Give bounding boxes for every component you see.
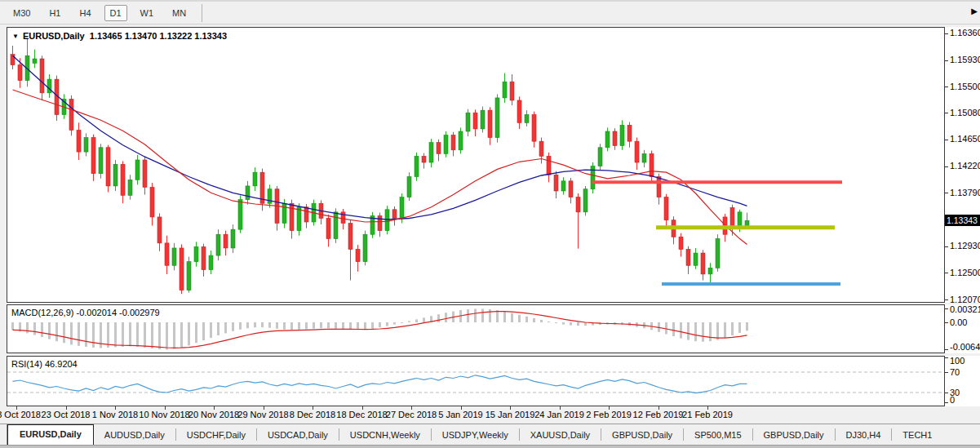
date-label: 27 Dec 2018: [386, 410, 437, 419]
chart-tab-usdcad-daily[interactable]: USDCAD,Daily: [257, 426, 339, 445]
date-label: 10 Nov 2018: [139, 410, 189, 419]
date-label: 13 Oct 2018: [0, 410, 41, 419]
price-axis-tick: [945, 86, 948, 87]
price-axis-tick: [945, 140, 948, 140]
date-label: 20 Nov 2018: [188, 410, 239, 419]
price-axis-label: 1.14220: [950, 161, 980, 171]
rsi-axis-tick: [945, 393, 948, 393]
macd-axis-label: -0.006485: [950, 342, 980, 352]
terminal-window: M30H1H4D1W1MN ▼EURUSD,Daily 1.13465 1.13…: [0, 0, 980, 448]
price-axis-label: 1.16360: [950, 28, 980, 38]
date-label: 12 Feb 2019: [633, 410, 684, 419]
price-axis-label: 1.12930: [950, 241, 980, 251]
macd-axis-tick: [945, 322, 948, 323]
date-label: 29 Nov 2018: [237, 410, 288, 419]
chart-tab-audusd-daily[interactable]: AUDUSD,Daily: [94, 426, 175, 445]
date-label: 2 Feb 2019: [586, 410, 632, 419]
price-axis[interactable]: 1.163601.159301.155001.150801.146501.142…: [945, 27, 980, 303]
timeframe-button-h4[interactable]: H4: [73, 5, 96, 21]
toolbar-separator: [202, 4, 202, 22]
macd-axis-label: 0.003216: [950, 304, 980, 314]
bottom-status-strip: [0, 445, 980, 448]
price-axis-tick: [945, 246, 948, 247]
date-label: 1 Nov 2018: [92, 410, 138, 419]
price-axis-tick: [945, 113, 948, 113]
chart-title: ▼EURUSD,Daily 1.13465 1.13470 1.13222 1.…: [12, 31, 227, 41]
rsi-axis-label: 0: [950, 395, 955, 405]
macd-label: MACD(12,26,9) -0.002014 -0.002979: [11, 308, 160, 317]
price-axis-label: 1.15080: [950, 108, 980, 118]
timeframe-button-mn[interactable]: MN: [166, 5, 192, 21]
rsi-chart[interactable]: [7, 357, 944, 406]
price-axis-tick: [945, 60, 948, 61]
chart-tab-sp500-m15[interactable]: SP500,M15: [684, 426, 752, 445]
chart-tab-usdcnh-weekly[interactable]: USDCNH,Weekly: [339, 426, 431, 445]
macd-axis-label: 0.00: [950, 317, 967, 327]
date-label: 8 Dec 2018: [290, 410, 335, 419]
chart-tab-xauusd-daily[interactable]: XAUUSD,Daily: [520, 426, 601, 445]
current-price-marker: 1.13343: [945, 215, 980, 226]
tab-scroll-right-icon[interactable]: ▶: [971, 7, 978, 16]
price-axis-label: 1.13790: [950, 188, 980, 197]
macd-axis-tick: [945, 349, 948, 350]
chart-tab-tech1[interactable]: TECH1: [892, 426, 942, 445]
date-label: 5 Jan 2019: [438, 410, 482, 419]
rsi-label: RSI(14) 46.9204: [11, 359, 78, 369]
rsi-axis[interactable]: 10070300: [945, 356, 980, 406]
chart-tab-bar: EURUSD,DailyAUDUSD,DailyUSDCHF,DailyUSDC…: [0, 424, 980, 445]
timeframe-button-h1[interactable]: H1: [43, 5, 66, 21]
date-label: 15 Jan 2019: [486, 410, 535, 419]
date-label: 24 Jan 2019: [534, 410, 584, 419]
rsi-axis-tick: [945, 372, 948, 373]
price-axis-tick: [945, 166, 948, 167]
chart-tab-gbpusd-daily[interactable]: GBPUSD,Daily: [753, 426, 835, 445]
price-axis-label: 1.12500: [950, 268, 980, 277]
macd-axis[interactable]: 0.0032160.00-0.006485: [945, 304, 980, 353]
date-label: 21 Feb 2019: [682, 410, 733, 419]
chart-dropdown-icon[interactable]: ▼: [12, 33, 19, 40]
chart-tab-eurusd-daily[interactable]: EURUSD,Daily: [7, 424, 94, 445]
macd-current-values: -0.002014 -0.002979: [76, 308, 159, 317]
price-axis-tick: [945, 273, 948, 273]
macd-indicator-pane[interactable]: MACD(12,26,9) -0.002014 -0.002979: [7, 304, 945, 353]
price-axis-label: 1.15930: [950, 55, 980, 64]
timeframe-button-w1[interactable]: W1: [135, 5, 160, 21]
chart-tab-dj30-h4[interactable]: DJ30,H4: [836, 426, 892, 445]
price-axis-tick: [945, 33, 948, 34]
rsi-indicator-pane[interactable]: RSI(14) 46.9204: [7, 356, 945, 406]
date-label: 18 Dec 2018: [336, 410, 387, 419]
rsi-axis-tick: [945, 357, 948, 358]
chart-tab-usdchf-daily[interactable]: USDCHF,Daily: [176, 426, 256, 445]
macd-name: MACD(12,26,9): [11, 308, 73, 317]
price-chart-pane[interactable]: ▼EURUSD,Daily 1.13465 1.13470 1.13222 1.…: [7, 27, 945, 303]
rsi-current-value: 46.9204: [45, 359, 78, 369]
timeframe-button-d1[interactable]: D1: [104, 5, 127, 21]
timeframe-button-m30[interactable]: M30: [7, 5, 36, 21]
date-axis[interactable]: 13 Oct 201823 Oct 20181 Nov 201810 Nov 2…: [7, 406, 945, 423]
candlestick-chart[interactable]: [7, 28, 944, 302]
price-axis-label: 1.15500: [950, 82, 980, 91]
tabbar-left-edge: [0, 424, 7, 445]
chart-tab-gbpusd-daily[interactable]: GBPUSD,Daily: [601, 426, 683, 445]
rsi-axis-tick: [945, 402, 948, 403]
price-axis-tick: [945, 193, 948, 193]
price-axis-label: 1.14650: [950, 134, 980, 144]
rsi-axis-label: 100: [950, 356, 964, 366]
date-label: 23 Oct 2018: [42, 410, 91, 419]
macd-axis-tick: [945, 308, 948, 309]
chart-ohlc-values: 1.13465 1.13470 1.13222 1.13343: [90, 31, 227, 41]
price-axis-tick: [945, 299, 948, 300]
chart-tab-usdjpy-weekly[interactable]: USDJPY,Weekly: [432, 426, 519, 445]
price-axis-label: 1.12070: [950, 295, 980, 304]
timeframe-toolbar: M30H1H4D1W1MN: [0, 0, 980, 24]
rsi-name: RSI(14): [11, 359, 42, 369]
chart-symbol-period: EURUSD,Daily: [23, 31, 85, 41]
rsi-axis-label: 70: [950, 367, 960, 377]
